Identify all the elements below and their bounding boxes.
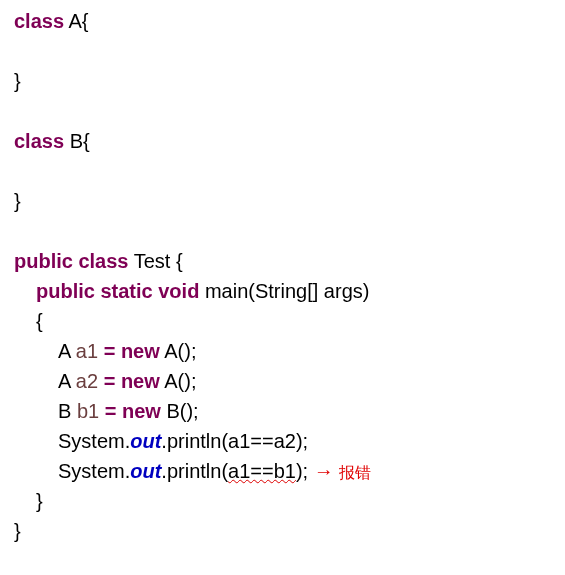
method-name: main [205, 280, 248, 302]
keyword-new: new [122, 400, 161, 422]
code-line: B b1 = new B(); [14, 396, 565, 426]
code-line: A a1 = new A(); [14, 336, 565, 366]
code-line: public static void main(String[] args) [14, 276, 565, 306]
operator-eq: = [105, 400, 117, 422]
code-line: public class Test { [14, 246, 565, 276]
blank-line [14, 216, 565, 246]
class-name: A [69, 10, 82, 32]
args: (a1==a2); [221, 430, 308, 452]
variable: a1 [76, 340, 98, 362]
error-expression: a1==b1 [228, 460, 296, 482]
println: println [167, 430, 221, 452]
out-field: out [130, 430, 161, 452]
constructor-call: A(); [164, 370, 196, 392]
keyword-new: new [121, 340, 160, 362]
error-annotation: 报错 [339, 464, 371, 481]
code-line: } [14, 186, 565, 216]
keyword-new: new [121, 370, 160, 392]
method-params: (String[] args) [248, 280, 369, 302]
code-line: class B{ [14, 126, 565, 156]
keyword-signature: public static void [36, 280, 199, 302]
brace-close: } [14, 190, 21, 212]
keyword-class: class [14, 130, 64, 152]
blank-line [14, 36, 565, 66]
type-name: B [58, 400, 71, 422]
code-editor: class A{ } class B{ } public class Test … [0, 0, 565, 575]
code-line: } [14, 516, 565, 546]
code-line: A a2 = new A(); [14, 366, 565, 396]
system-prefix: System. [58, 430, 130, 452]
system-prefix: System. [58, 460, 130, 482]
brace-open: { [176, 250, 183, 272]
code-line: } [14, 66, 565, 96]
code-line: } [14, 486, 565, 516]
out-field: out [130, 460, 161, 482]
keyword-public-class: public class [14, 250, 129, 272]
operator-eq: = [104, 340, 116, 362]
code-line: System.out.println(a1==a2); [14, 426, 565, 456]
class-name: B [70, 130, 83, 152]
brace-open: { [82, 10, 89, 32]
args-close: ); [296, 460, 308, 482]
type-name: A [58, 340, 70, 362]
brace-open: { [83, 130, 90, 152]
type-name: A [58, 370, 70, 392]
class-name: Test [134, 250, 171, 272]
code-line: { [14, 306, 565, 336]
constructor-call: A(); [164, 340, 196, 362]
operator-eq: = [104, 370, 116, 392]
code-line: class A{ [14, 6, 565, 36]
blank-line [14, 156, 565, 186]
code-line: System.out.println(a1==b1); → 报错 [14, 456, 565, 486]
variable: b1 [77, 400, 99, 422]
constructor-call: B(); [166, 400, 198, 422]
brace-open: { [36, 310, 43, 332]
keyword-class: class [14, 10, 64, 32]
arrow-icon: → [314, 460, 334, 482]
brace-close: } [14, 520, 21, 542]
blank-line [14, 96, 565, 126]
println: println [167, 460, 221, 482]
brace-close: } [14, 70, 21, 92]
variable: a2 [76, 370, 98, 392]
brace-close: } [36, 490, 43, 512]
